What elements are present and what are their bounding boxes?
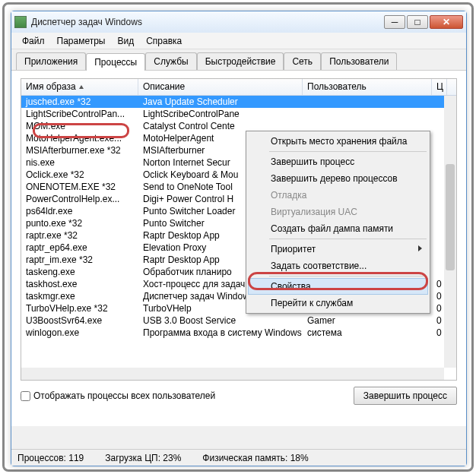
cell-name: MotoHelperAgent.exe... [21, 132, 138, 144]
col-description[interactable]: Описание [138, 79, 303, 95]
table-row[interactable]: U3BoostSvr64.exeUSB 3.0 Boost ServiceGam… [21, 314, 456, 327]
tab-performance[interactable]: Быстродействие [197, 52, 284, 70]
cell-name: raptr.exe *32 [21, 229, 138, 242]
cell-name: nis.exe [21, 156, 138, 169]
ctx-end-tree[interactable]: Завершить дерево процессов [248, 170, 428, 187]
cell-name: taskeng.exe [21, 266, 138, 278]
cell-desc: Программа входа в систему Windows [138, 327, 303, 339]
cell-user: система [303, 327, 432, 339]
scrollbar-thumb[interactable] [446, 164, 455, 270]
cell-name: taskmgr.exe [21, 290, 138, 302]
cell-name: raptr_ep64.exe [21, 242, 138, 254]
titlebar[interactable]: Диспетчер задач Windows ─ □ ✕ [11, 11, 466, 33]
show-all-users-checkbox[interactable]: Отображать процессы всех пользователей [21, 390, 215, 401]
cell-name: winlogon.exe [21, 327, 138, 339]
table-row[interactable]: jusched.exe *32Java Update Scheduler [21, 96, 456, 108]
tab-strip: Приложения Процессы Службы Быстродействи… [11, 49, 466, 71]
cell-user [303, 96, 432, 108]
menu-help[interactable]: Справка [140, 34, 188, 48]
cell-user: Gamer [303, 314, 432, 327]
close-button[interactable]: ✕ [430, 15, 463, 29]
col-cpu[interactable]: Ц [432, 79, 447, 95]
tab-applications[interactable]: Приложения [16, 52, 86, 70]
ctx-priority[interactable]: Приоритет [248, 241, 428, 258]
tab-networking[interactable]: Сеть [284, 52, 321, 70]
ctx-uac: Виртуализация UAC [248, 204, 428, 220]
separator [269, 151, 427, 152]
col-user[interactable]: Пользователь [303, 79, 432, 95]
minimize-button[interactable]: ─ [384, 15, 405, 29]
menu-bar: Файл Параметры Вид Справка [11, 33, 466, 49]
cell-name: punto.exe *32 [21, 217, 138, 229]
checkbox-input[interactable] [21, 391, 30, 401]
status-memory: Физическая память: 18% [202, 453, 308, 463]
column-headers: Имя образа Описание Пользователь Ц [21, 79, 456, 96]
separator [269, 276, 427, 276]
ctx-affinity[interactable]: Задать соответствие... [248, 258, 428, 274]
cell-name: TurboVHelp.exe *32 [21, 302, 138, 314]
menu-options[interactable]: Параметры [51, 34, 112, 48]
app-icon [14, 16, 27, 28]
ctx-end-process[interactable]: Завершить процесс [248, 153, 428, 170]
tab-processes[interactable]: Процессы [86, 53, 145, 71]
cell-name: jusched.exe *32 [21, 96, 138, 108]
ctx-debug: Отладка [248, 187, 428, 204]
table-row[interactable]: winlogon.exeПрограмма входа в систему Wi… [21, 327, 456, 339]
window-title: Диспетчер задач Windows [31, 17, 382, 27]
cell-name: PowerControlHelp.ex... [21, 193, 138, 205]
maximize-button[interactable]: □ [407, 15, 428, 29]
status-processes: Процессов: 119 [17, 453, 84, 463]
sort-asc-icon [79, 85, 84, 89]
menu-file[interactable]: Файл [16, 34, 51, 48]
cell-name: raptr_im.exe *32 [21, 254, 138, 266]
col-image-name[interactable]: Имя образа [21, 79, 138, 95]
cell-name: MSIAfterburner.exe *32 [21, 144, 138, 156]
cell-name: Oclick.exe *32 [21, 169, 138, 181]
cell-user [303, 108, 432, 120]
ctx-dump[interactable]: Создать файл дампа памяти [248, 220, 428, 237]
vertical-scrollbar[interactable] [444, 96, 456, 368]
status-bar: Процессов: 119 Загрузка ЦП: 23% Физическ… [11, 449, 466, 466]
cell-name: MOM.exe [21, 120, 138, 132]
context-menu: Открыть место хранения файла Завершить п… [246, 131, 430, 314]
cell-desc: Java Update Scheduler [138, 96, 303, 108]
ctx-open-location[interactable]: Открыть место хранения файла [248, 133, 428, 150]
end-process-button[interactable]: Завершить процесс [354, 387, 457, 405]
ctx-properties[interactable]: Свойства [248, 278, 428, 295]
status-cpu: Загрузка ЦП: 23% [105, 453, 181, 463]
cell-name: ONENOTEM.EXE *32 [21, 181, 138, 193]
ctx-goto-services[interactable]: Перейти к службам [248, 295, 428, 311]
table-row[interactable]: LightScribeControlPan...LightScribeContr… [21, 108, 456, 120]
tab-users[interactable]: Пользователи [321, 52, 397, 70]
separator [269, 239, 427, 239]
cell-name: taskhost.exe [21, 278, 138, 290]
chevron-right-icon [418, 245, 422, 251]
cell-desc: LightScribeControlPane [138, 108, 303, 120]
cell-name: ps64ldr.exe [21, 205, 138, 217]
horizontal-scrollbar[interactable] [21, 368, 444, 380]
cell-name: LightScribeControlPan... [21, 108, 138, 120]
cell-name: U3BoostSvr64.exe [21, 314, 138, 327]
cell-desc: USB 3.0 Boost Service [138, 314, 303, 327]
tab-services[interactable]: Службы [145, 52, 196, 70]
menu-view[interactable]: Вид [111, 34, 140, 48]
